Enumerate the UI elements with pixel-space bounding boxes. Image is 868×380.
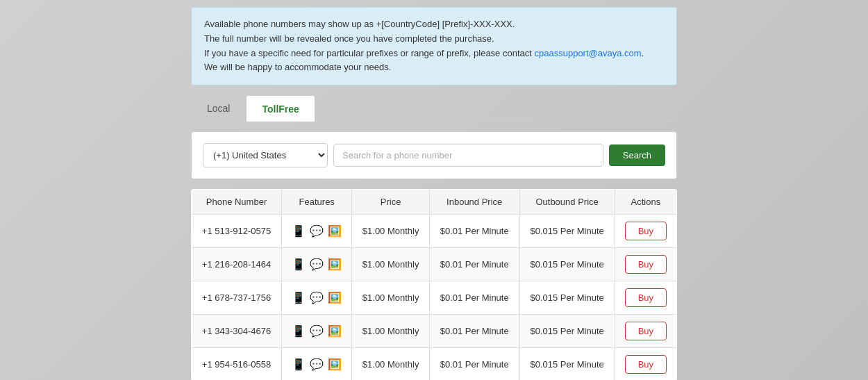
sms-icon: 💬 bbox=[310, 258, 324, 271]
price-cell: $1.00 Monthly bbox=[352, 215, 429, 248]
info-line1: Available phone numbers may show up as +… bbox=[204, 19, 515, 29]
phone-numbers-table: Phone Number Features Price Inbound Pric… bbox=[191, 189, 677, 380]
table-row: +1 954-516-0558 📱 💬 🖼️ $1.00 Monthly $0.… bbox=[192, 348, 677, 380]
actions-cell: Buy bbox=[615, 215, 676, 248]
image-icon: 🖼️ bbox=[328, 358, 342, 371]
features-cell: 📱 💬 🖼️ bbox=[282, 281, 352, 315]
buy-button[interactable]: Buy bbox=[625, 255, 667, 274]
actions-cell: Buy bbox=[615, 315, 676, 348]
info-banner: Available phone numbers may show up as +… bbox=[191, 7, 677, 85]
support-email[interactable]: cpaassupport@avaya.com bbox=[535, 48, 642, 58]
search-input[interactable] bbox=[333, 144, 603, 167]
price-cell: $1.00 Monthly bbox=[352, 248, 429, 281]
inbound-price-cell: $0.01 Per Minute bbox=[429, 215, 519, 248]
tab-local[interactable]: Local bbox=[191, 95, 246, 121]
actions-cell: Buy bbox=[615, 281, 676, 315]
info-line4: We will be happy to accommodate your nee… bbox=[204, 62, 391, 72]
main-container: Available phone numbers may show up as +… bbox=[191, 7, 677, 380]
image-icon: 🖼️ bbox=[328, 224, 342, 238]
info-line2: The full number will be revealed once yo… bbox=[204, 33, 494, 44]
image-icon: 🖼️ bbox=[328, 258, 342, 271]
buy-button[interactable]: Buy bbox=[625, 222, 667, 240]
outbound-price-cell: $0.015 Per Minute bbox=[519, 281, 615, 315]
outbound-price-cell: $0.015 Per Minute bbox=[519, 315, 615, 348]
buy-button[interactable]: Buy bbox=[625, 322, 667, 340]
sms-icon: 💬 bbox=[310, 291, 324, 304]
features-cell: 📱 💬 🖼️ bbox=[282, 348, 352, 380]
phone-number-cell: +1 678-737-1756 bbox=[192, 281, 282, 315]
buy-button[interactable]: Buy bbox=[625, 355, 667, 374]
inbound-price-cell: $0.01 Per Minute bbox=[429, 315, 519, 348]
phone-number-cell: +1 216-208-1464 bbox=[192, 248, 282, 281]
inbound-price-cell: $0.01 Per Minute bbox=[429, 348, 519, 380]
table-row: +1 343-304-4676 📱 💬 🖼️ $1.00 Monthly $0.… bbox=[192, 315, 677, 348]
country-select[interactable]: (+1) United States bbox=[203, 143, 328, 167]
image-icon: 🖼️ bbox=[328, 291, 342, 304]
outbound-price-cell: $0.015 Per Minute bbox=[519, 248, 615, 281]
table-row: +1 216-208-1464 📱 💬 🖼️ $1.00 Monthly $0.… bbox=[192, 248, 677, 281]
inbound-price-cell: $0.01 Per Minute bbox=[429, 248, 519, 281]
sms-icon: 💬 bbox=[310, 224, 324, 238]
inbound-price-cell: $0.01 Per Minute bbox=[429, 281, 519, 315]
phone-number-cell: +1 513-912-0575 bbox=[192, 215, 282, 248]
actions-cell: Buy bbox=[615, 348, 676, 380]
col-features: Features bbox=[282, 190, 352, 215]
price-cell: $1.00 Monthly bbox=[352, 315, 429, 348]
mobile-icon: 📱 bbox=[292, 324, 306, 338]
col-price: Price bbox=[352, 190, 429, 215]
table-row: +1 678-737-1756 📱 💬 🖼️ $1.00 Monthly $0.… bbox=[192, 281, 677, 315]
search-section: (+1) United States Search bbox=[191, 131, 677, 179]
table-row: +1 513-912-0575 📱 💬 🖼️ $1.00 Monthly $0.… bbox=[192, 215, 677, 248]
mobile-icon: 📱 bbox=[292, 358, 306, 371]
outbound-price-cell: $0.015 Per Minute bbox=[519, 215, 615, 248]
features-cell: 📱 💬 🖼️ bbox=[282, 215, 352, 248]
outbound-price-cell: $0.015 Per Minute bbox=[519, 348, 615, 380]
col-outbound-price: Outbound Price bbox=[519, 190, 615, 215]
mobile-icon: 📱 bbox=[292, 224, 306, 238]
col-inbound-price: Inbound Price bbox=[429, 190, 519, 215]
image-icon: 🖼️ bbox=[328, 324, 342, 338]
col-phone-number: Phone Number bbox=[192, 190, 282, 215]
features-cell: 📱 💬 🖼️ bbox=[282, 248, 352, 281]
sms-icon: 💬 bbox=[310, 358, 324, 371]
phone-number-cell: +1 343-304-4676 bbox=[192, 315, 282, 348]
col-actions: Actions bbox=[615, 190, 676, 215]
price-cell: $1.00 Monthly bbox=[352, 281, 429, 315]
price-cell: $1.00 Monthly bbox=[352, 348, 429, 380]
page-wrapper: Available phone numbers may show up as +… bbox=[0, 0, 868, 380]
tab-tollfree[interactable]: TollFree bbox=[246, 95, 315, 122]
tabs-container: Local TollFree bbox=[191, 95, 677, 122]
mobile-icon: 📱 bbox=[292, 258, 306, 271]
buy-button[interactable]: Buy bbox=[625, 288, 667, 307]
mobile-icon: 📱 bbox=[292, 291, 306, 304]
sms-icon: 💬 bbox=[310, 324, 324, 338]
search-button[interactable]: Search bbox=[609, 144, 665, 166]
features-cell: 📱 💬 🖼️ bbox=[282, 315, 352, 348]
phone-number-cell: +1 954-516-0558 bbox=[192, 348, 282, 380]
actions-cell: Buy bbox=[615, 248, 676, 281]
info-line3: If you have a specific need for particul… bbox=[204, 48, 532, 58]
